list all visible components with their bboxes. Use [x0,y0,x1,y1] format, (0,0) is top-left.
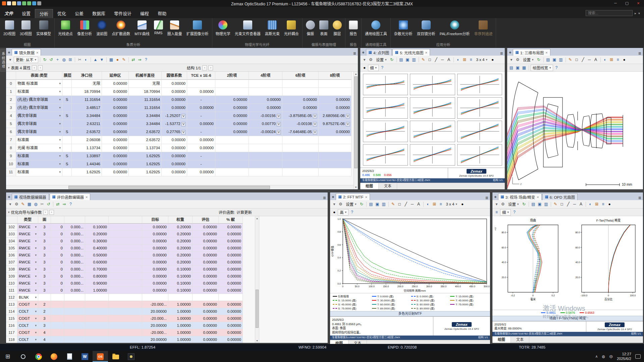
tab-rayfan[interactable]: 5: 光线光扇图 × [392,49,430,56]
search-options-icon[interactable]: ▾ [638,11,640,15]
text-icon[interactable]: A [416,201,422,207]
collapse-icon[interactable]: ▾ [8,210,10,214]
ribbon-button-圈入能量[interactable]: 圈入能量 [165,19,184,36]
dot-icon[interactable]: ● [607,201,612,207]
ribbon-button-波前图[interactable]: 波前图 [94,19,109,36]
minimize-button[interactable]: ─ [610,0,621,7]
line-icon[interactable]: ╱ [403,201,409,207]
collapse-icon[interactable]: ▾ [331,201,337,207]
layers-icon[interactable]: ≡ [438,201,444,207]
help-icon[interactable]: ? [143,57,149,63]
panel-menu-icon[interactable]: ≣ [353,51,356,56]
customize-toolbar-icon[interactable] [37,1,41,5]
ribbon-tab-零件设计[interactable]: 零件设计 [110,9,136,18]
aperture-icon[interactable]: ◐ [455,57,461,63]
copy-icon[interactable]: ▤ [545,57,551,63]
prev-button[interactable]: ‹ [43,210,48,215]
dot-icon[interactable]: ● [362,65,367,71]
close-tab-icon[interactable]: × [36,51,38,55]
bottom-tab-绘图[interactable]: 绘图 [360,183,379,189]
table-icon[interactable]: ▦ [108,57,114,63]
close-tab-icon[interactable]: × [425,51,427,55]
merit-row-111[interactable]: 111RWCE▾300.000...1.000000.000000.100000… [6,287,255,294]
help-icon[interactable]: ? [379,65,385,71]
taskbar-notepad[interactable] [62,351,77,362]
tab-spot-diagram[interactable]: 4: 点列图 [366,49,392,56]
bottom-tab-文本[interactable]: 文本 [379,183,397,189]
table-icon[interactable]: ▦ [521,65,527,71]
rect-icon[interactable]: □ [574,57,580,63]
lens-row-9[interactable]: 9标准面▾S1.338970.000001.629250.00000- [6,152,354,160]
merit-row-116[interactable]: 116COLT▾320.000001.000000.000000.00000 [6,322,255,329]
copy-icon[interactable]: ▤ [398,57,404,63]
lens-row-4[interactable]: 4偶次非球面▾S3.344840.000003.34484-1.25207V-0… [6,112,354,120]
dot-icon[interactable]: ● [115,57,120,63]
merit-row-109[interactable]: 109RWCE▾300.000...0.800000.000000.100000… [6,273,255,280]
surface-properties-label[interactable]: 表面 4 属性 [11,65,31,70]
ribbon-button-通用绘图工具[interactable]: 通用绘图工具 [363,19,389,36]
sync-icon[interactable]: ⇄ [130,57,136,63]
ribbon-button-扩展图像分析[interactable]: 扩展图像分析 [184,19,211,36]
tab-opd-fan[interactable]: 6: OPD 光扇图 [542,193,578,200]
merit-row-118[interactable]: 118COLT▾420.000001.000000.000000.00000 [6,336,255,343]
aperture-icon[interactable]: ◐ [602,57,608,63]
ribbon-button-光线迹点[interactable]: 光线迹点 [56,19,75,36]
open-file-icon[interactable] [12,1,16,5]
help-icon[interactable]: ? [512,209,517,216]
goto-icon[interactable]: ⇒ [137,57,143,63]
next-surface-button[interactable]: › [38,65,43,70]
close-tab-icon[interactable]: × [365,195,367,199]
ribbon-tab-公差[interactable]: 公差 [70,9,88,18]
collapse-icon[interactable]: ▾ [8,66,10,69]
refresh-icon[interactable]: ↻ [521,201,527,207]
undo-icon[interactable]: ↺ [46,201,51,207]
taskbar-start-button[interactable]: ⊞ [0,351,15,362]
grid-size-button[interactable]: 3 x 4▾ [444,201,459,207]
copy-icon[interactable]: ▤ [508,65,514,71]
search-input[interactable] [586,10,633,16]
ribbon-button-偏振[interactable]: 偏振 [304,19,317,36]
dash-icon[interactable]: ─ [440,57,445,63]
panel-menu-icon[interactable]: ≣ [638,196,641,200]
pin-icon[interactable]: ◆ [7,194,11,200]
ribbon-tab-设置[interactable]: 设置 [17,9,35,18]
print-icon[interactable]: ▥ [411,57,417,63]
merit-row-104[interactable]: 104RWCE▾300.000...0.300000.000000.200000… [6,238,255,245]
tray-expand-icon[interactable]: ∧ [595,354,598,359]
collapse-icon[interactable]: ▾ [508,57,514,63]
dot-icon[interactable]: ● [490,57,495,63]
update-all-icon[interactable] [32,1,36,5]
next-button[interactable]: › [49,210,54,215]
redo-icon[interactable] [27,1,31,5]
merit-row-102[interactable]: 102RWCE▾300.000...0.100000.000000.200000… [6,224,255,231]
panel-menu-icon[interactable]: ≣ [500,51,503,56]
grid-icon[interactable]: ⊞ [462,57,468,63]
layers-icon[interactable]: ≡ [615,57,621,63]
merit-row-103[interactable]: 103RWCE▾300.000...0.200000.000000.200000… [6,231,255,238]
lens-row-6[interactable]: 6偶次非球面▾S2.635720.000002.635720.27765V-0.… [6,128,354,136]
aperture-icon[interactable]: ◐ [83,57,89,63]
layers-icon[interactable]: ≡ [468,57,474,63]
panel-menu-icon[interactable]: ≣ [638,51,641,56]
tab-fft-mtf[interactable]: 2: FFT MTF × [336,193,370,200]
rect-icon[interactable]: □ [427,57,433,63]
merit-row-114[interactable]: 114COLT▾220.000001.000000.000000.00000 [6,308,255,315]
aperture-icon[interactable]: ◐ [425,201,431,207]
lens-row-11[interactable]: 11标准面▾1.629250.000001.629250.000000.0000… [6,168,354,176]
ribbon-button-3D视图[interactable]: 3D视图 [18,19,34,36]
pin-icon[interactable]: ◆ [508,49,512,56]
dot-icon[interactable]: ● [460,201,465,207]
refresh-icon[interactable]: ↻ [42,57,48,63]
pencil-icon[interactable]: ✎ [390,201,396,207]
merit-row-112[interactable]: 112BLNK▾ [6,294,255,301]
lens-vertical-scrollbar[interactable]: ▲▼ [354,72,358,189]
text-icon[interactable]: A [446,57,452,63]
settings-icon[interactable]: ⚙ [14,201,19,207]
tab-lens-data[interactable]: 镜头数据 × [12,49,41,56]
ribbon-tab-数据库[interactable]: 数据库 [88,9,110,18]
image-icon[interactable]: ▣ [537,201,543,207]
ribbon-button-实体模型[interactable]: 实体模型 [34,19,53,36]
cut-icon[interactable]: ✂ [39,201,45,207]
merit-value[interactable]: 计算更新 [236,209,252,215]
settings-button[interactable]: 设置▾ [344,201,358,207]
